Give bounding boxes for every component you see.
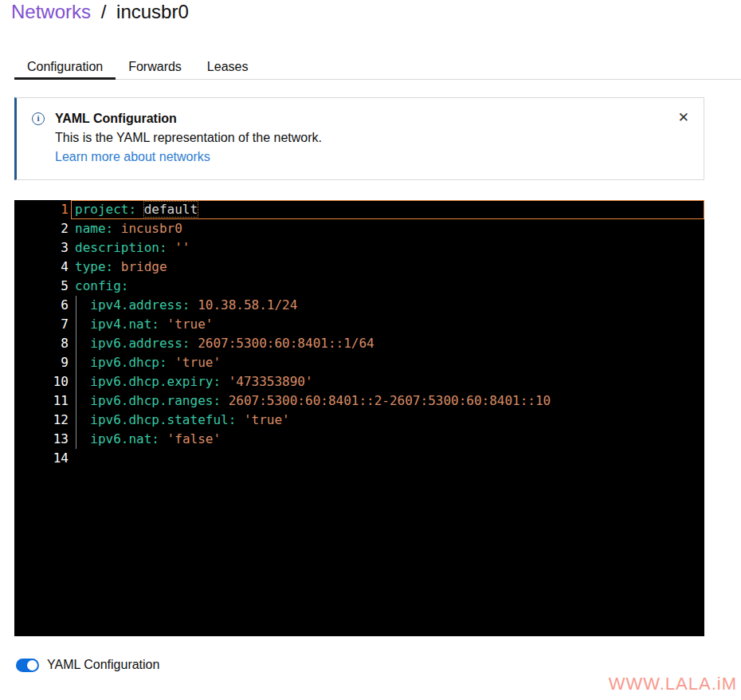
yaml-configuration-banner: i YAML Configuration This is the YAML re… — [14, 97, 704, 180]
code-line-content: ipv4.address: 10.38.58.1/24 — [71, 296, 704, 315]
yaml-configuration-toggle[interactable] — [16, 659, 39, 672]
close-icon: ✕ — [678, 110, 689, 125]
indent-guide-line — [76, 411, 76, 430]
code-lines: 1project: default2name: incusbr03descrip… — [14, 200, 704, 468]
yaml-key: ipv6.nat: — [90, 431, 159, 446]
line-number: 2 — [14, 219, 71, 238]
code-line-content: ipv4.nat: 'true' — [71, 315, 704, 334]
code-line-9: 9 ipv6.dhcp: 'true' — [14, 353, 704, 372]
yaml-key: name: — [75, 221, 113, 236]
yaml-key: type: — [75, 259, 113, 274]
code-line-content: ipv6.nat: 'false' — [71, 430, 704, 449]
tab-configuration[interactable]: Configuration — [14, 59, 116, 80]
yaml-value: bridge — [121, 259, 167, 274]
code-line-content: ipv6.dhcp.stateful: 'true' — [71, 411, 704, 430]
line-number: 12 — [14, 411, 71, 430]
code-line-8: 8 ipv6.address: 2607:5300:60:8401::1/64 — [14, 334, 704, 353]
indent-guide-line — [76, 391, 76, 411]
breadcrumb-separator: / — [101, 1, 107, 22]
banner-body-text: This is the YAML representation of the n… — [55, 129, 322, 146]
yaml-key: ipv6.dhcp.expiry: — [90, 374, 221, 389]
yaml-value: default — [144, 202, 198, 217]
yaml-key: config: — [75, 278, 128, 293]
indent-guide-line — [76, 296, 76, 315]
yaml-value: 'true' — [174, 355, 221, 370]
yaml-value: 'false' — [167, 431, 221, 446]
yaml-toggle-row: YAML Configuration — [16, 658, 741, 672]
watermark: WWW.LALA.iM — [609, 674, 737, 694]
code-line-13: 13 ipv6.nat: 'false' — [14, 430, 704, 449]
yaml-key: description: — [75, 240, 167, 255]
banner-content: YAML Configuration This is the YAML repr… — [55, 111, 322, 165]
line-number: 3 — [14, 238, 71, 258]
code-line-content: project: default — [71, 200, 704, 219]
tab-forwards[interactable]: Forwards — [116, 59, 194, 80]
code-line-3: 3description: '' — [14, 238, 704, 258]
code-line-content: ipv6.address: 2607:5300:60:8401::1/64 — [71, 334, 704, 353]
breadcrumb-networks-link[interactable]: Networks — [11, 1, 91, 22]
line-number: 14 — [14, 449, 71, 468]
code-line-content: name: incusbr0 — [71, 219, 704, 238]
indent-guide-line — [76, 372, 76, 391]
line-number: 11 — [14, 391, 71, 411]
breadcrumb-current: incusbr0 — [116, 1, 189, 22]
learn-more-link[interactable]: Learn more about networks — [55, 148, 210, 165]
code-line-content: description: '' — [71, 238, 704, 258]
code-line-content: ipv6.dhcp.ranges: 2607:5300:60:8401::2-2… — [71, 391, 704, 411]
code-line-2: 2name: incusbr0 — [14, 219, 704, 238]
yaml-value: 'true' — [244, 412, 290, 427]
yaml-key: ipv4.address: — [90, 297, 190, 313]
yaml-key: ipv6.dhcp: — [90, 355, 167, 370]
code-line-content: ipv6.dhcp.expiry: '473353890' — [71, 372, 704, 391]
yaml-value: 10.38.58.1/24 — [198, 297, 297, 313]
line-number: 4 — [14, 258, 71, 277]
close-banner-button[interactable]: ✕ — [675, 108, 692, 128]
code-line-content — [71, 449, 704, 468]
yaml-value: 'true' — [167, 317, 214, 332]
line-number: 5 — [14, 277, 71, 296]
line-number: 7 — [14, 315, 71, 334]
line-number: 9 — [14, 353, 71, 372]
page-title: Networks / incusbr0 — [11, 2, 741, 22]
yaml-value: 2607:5300:60:8401::1/64 — [198, 336, 374, 351]
yaml-value: incusbr0 — [121, 221, 182, 236]
tab-list: ConfigurationForwardsLeases — [14, 59, 741, 80]
indent-guide-line — [76, 353, 76, 372]
yaml-code-editor[interactable]: 1project: default2name: incusbr03descrip… — [14, 200, 704, 636]
yaml-key: ipv6.address: — [90, 336, 190, 351]
line-number: 13 — [14, 430, 71, 449]
line-number: 1 — [14, 200, 71, 219]
yaml-key: project: — [75, 202, 136, 217]
tab-leases[interactable]: Leases — [194, 59, 261, 80]
code-line-content: ipv6.dhcp: 'true' — [71, 353, 704, 372]
banner-title: YAML Configuration — [55, 111, 322, 127]
yaml-value: 2607:5300:60:8401::2-2607:5300:60:8401::… — [229, 393, 551, 408]
yaml-value: '473353890' — [229, 374, 313, 389]
yaml-key: ipv6.dhcp.ranges: — [90, 393, 221, 408]
code-line-14: 14 — [14, 449, 704, 468]
code-line-6: 6 ipv4.address: 10.38.58.1/24 — [14, 296, 704, 315]
toggle-knob — [27, 660, 37, 671]
indent-guide-line — [76, 315, 76, 334]
code-line-content: config: — [71, 277, 704, 296]
line-number: 6 — [14, 296, 71, 315]
line-number: 8 — [14, 334, 71, 353]
code-line-7: 7 ipv4.nat: 'true' — [14, 315, 704, 334]
code-line-content: type: bridge — [71, 258, 704, 277]
line-number: 10 — [14, 372, 71, 391]
toggle-label: YAML Configuration — [47, 658, 159, 672]
yaml-key: ipv6.dhcp.stateful: — [90, 412, 236, 427]
indent-guide-line — [76, 334, 76, 353]
code-line-4: 4type: bridge — [14, 258, 704, 277]
yaml-value: '' — [174, 240, 190, 255]
code-line-11: 11 ipv6.dhcp.ranges: 2607:5300:60:8401::… — [14, 391, 704, 411]
indent-guide-line — [76, 430, 76, 449]
yaml-key: ipv4.nat: — [90, 317, 159, 332]
code-line-5: 5config: — [14, 277, 704, 296]
code-line-10: 10 ipv6.dhcp.expiry: '473353890' — [14, 372, 704, 391]
code-line-12: 12 ipv6.dhcp.stateful: 'true' — [14, 411, 704, 430]
code-line-1: 1project: default — [14, 200, 704, 219]
info-icon: i — [32, 112, 45, 125]
